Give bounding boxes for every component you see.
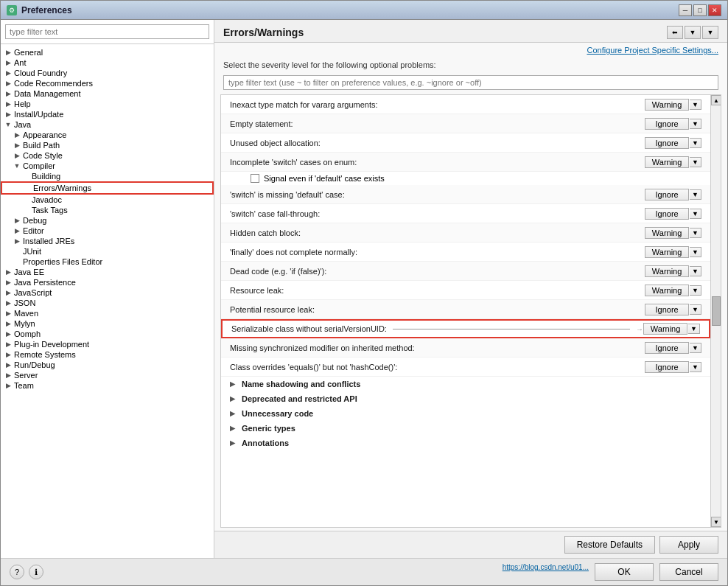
cancel-button[interactable]: Cancel xyxy=(659,563,718,581)
setting-dropdown[interactable]: Ignore ▼ xyxy=(645,361,701,373)
forward-button[interactable]: ▼ xyxy=(685,26,701,39)
sidebar-item-install-update[interactable]: ▶ Install/Update xyxy=(1,109,214,119)
apply-button[interactable]: Apply xyxy=(659,536,718,554)
sidebar-item-general[interactable]: ▶ General xyxy=(1,47,214,57)
dropdown-arrow-btn[interactable]: ▼ xyxy=(690,100,701,110)
help-button[interactable]: ? xyxy=(10,565,24,579)
dropdown-value-btn[interactable]: Warning xyxy=(645,156,689,168)
dropdown-value-btn[interactable]: Warning xyxy=(645,227,689,239)
sidebar-item-appearance[interactable]: ▶ Appearance xyxy=(1,130,214,140)
setting-dropdown[interactable]: Warning ▼ xyxy=(645,265,701,277)
sidebar-item-help[interactable]: ▶ Help xyxy=(1,99,214,109)
dropdown-arrow-btn[interactable]: ▼ xyxy=(690,247,701,257)
sidebar-item-code-style[interactable]: ▶ Code Style xyxy=(1,150,214,161)
info-button[interactable]: ℹ xyxy=(29,565,43,579)
setting-dropdown[interactable]: Ignore ▼ xyxy=(645,137,701,149)
sidebar-item-building[interactable]: Building xyxy=(1,171,214,181)
sidebar-filter-input[interactable] xyxy=(5,24,209,39)
setting-dropdown[interactable]: Warning ▼ xyxy=(645,227,701,239)
dropdown-value-btn[interactable]: Warning xyxy=(643,323,687,335)
sidebar-item-junit[interactable]: JUnit xyxy=(1,246,214,257)
sidebar-item-server[interactable]: ▶ Server xyxy=(1,370,214,380)
sidebar-item-compiler[interactable]: ▼ Compiler xyxy=(1,161,214,171)
section-generic-types[interactable]: ▶ Generic types xyxy=(221,421,710,436)
dropdown-value-btn[interactable]: Warning xyxy=(645,99,689,111)
dropdown-value-btn[interactable]: Ignore xyxy=(645,137,689,149)
setting-dropdown[interactable]: Ignore ▼ xyxy=(645,208,701,220)
minimize-button[interactable]: ─ xyxy=(679,4,692,16)
setting-dropdown[interactable]: Warning ▼ xyxy=(645,246,701,258)
dropdown-value-btn[interactable]: Ignore xyxy=(645,304,689,315)
dropdown-arrow-btn[interactable]: ▼ xyxy=(690,228,701,238)
sidebar-item-editor[interactable]: ▶ Editor xyxy=(1,226,214,236)
dropdown-arrow-btn[interactable]: ▼ xyxy=(690,138,701,148)
dropdown-value-btn[interactable]: Warning xyxy=(645,265,689,277)
dropdown-arrow-btn[interactable]: ▼ xyxy=(690,304,701,315)
sidebar-item-javascript[interactable]: ▶ JavaScript xyxy=(1,287,214,298)
settings-filter-input[interactable] xyxy=(223,75,718,90)
dropdown-value-btn[interactable]: Ignore xyxy=(645,118,689,130)
sidebar-item-plugin-development[interactable]: ▶ Plug-in Development xyxy=(1,339,214,349)
settings-scrollbar[interactable]: ▲ ▼ xyxy=(710,95,721,527)
dropdown-arrow-btn[interactable]: ▼ xyxy=(690,189,701,200)
dropdown-value-btn[interactable]: Ignore xyxy=(645,189,689,200)
sidebar-item-java[interactable]: ▼ Java xyxy=(1,119,214,130)
dropdown-value-btn[interactable]: Warning xyxy=(645,246,689,258)
settings-list[interactable]: Inexact type match for vararg arguments:… xyxy=(221,95,710,527)
sidebar-item-maven[interactable]: ▶ Maven xyxy=(1,308,214,318)
setting-dropdown[interactable]: Ignore ▼ xyxy=(645,118,701,130)
nav-menu-button[interactable]: ▼ xyxy=(702,26,718,39)
restore-defaults-button[interactable]: Restore Defaults xyxy=(564,536,655,554)
maximize-button[interactable]: □ xyxy=(693,4,707,16)
section-deprecated[interactable]: ▶ Deprecated and restricted API xyxy=(221,391,710,406)
sidebar-item-build-path[interactable]: ▶ Build Path xyxy=(1,140,214,150)
setting-dropdown[interactable]: Warning ▼ xyxy=(643,323,700,335)
back-button[interactable]: ⬅ xyxy=(667,26,683,39)
dropdown-value-btn[interactable]: Warning xyxy=(645,285,689,296)
sidebar-item-properties-files-editor[interactable]: Properties Files Editor xyxy=(1,257,214,267)
sidebar-item-errors-warnings[interactable]: Errors/Warnings xyxy=(1,181,214,195)
sidebar-item-installed-jres[interactable]: ▶ Installed JREs xyxy=(1,236,214,246)
dropdown-value-btn[interactable]: Ignore xyxy=(645,361,689,373)
sidebar-item-mylyn[interactable]: ▶ Mylyn xyxy=(1,318,214,329)
dropdown-arrow-btn[interactable]: ▼ xyxy=(690,343,701,353)
setting-dropdown[interactable]: Warning ▼ xyxy=(645,156,701,168)
sidebar-item-cloud-foundry[interactable]: ▶ Cloud Foundry xyxy=(1,68,214,78)
dropdown-arrow-btn[interactable]: ▼ xyxy=(690,157,701,167)
sidebar-tree[interactable]: ▶ General ▶ Ant ▶ Cloud Foundry ▶ Code R… xyxy=(1,44,214,558)
setting-dropdown[interactable]: Warning ▼ xyxy=(645,285,701,296)
section-name-shadowing[interactable]: ▶ Name shadowing and conflicts xyxy=(221,377,710,391)
setting-dropdown[interactable]: Ignore ▼ xyxy=(645,342,701,354)
dropdown-arrow-btn[interactable]: ▼ xyxy=(690,209,701,219)
ok-button[interactable]: OK xyxy=(595,563,654,581)
sidebar-item-oomph[interactable]: ▶ Oomph xyxy=(1,329,214,339)
sidebar-item-task-tags[interactable]: Task Tags xyxy=(1,205,214,215)
signal-default-checkbox[interactable] xyxy=(251,174,259,183)
sidebar-item-data-management[interactable]: ▶ Data Management xyxy=(1,88,214,99)
dropdown-arrow-btn[interactable]: ▼ xyxy=(690,285,701,296)
sidebar-item-json[interactable]: ▶ JSON xyxy=(1,298,214,308)
sidebar-item-team[interactable]: ▶ Team xyxy=(1,380,214,391)
scroll-down-btn[interactable]: ▼ xyxy=(711,517,721,527)
dropdown-arrow-btn[interactable]: ▼ xyxy=(690,119,701,129)
scroll-up-btn[interactable]: ▲ xyxy=(711,95,721,105)
dropdown-arrow-btn[interactable]: ▼ xyxy=(690,362,701,372)
sidebar-item-java-ee[interactable]: ▶ Java EE xyxy=(1,267,214,277)
section-annotations[interactable]: ▶ Annotations xyxy=(221,436,710,450)
dropdown-value-btn[interactable]: Ignore xyxy=(645,208,689,220)
sidebar-item-run-debug[interactable]: ▶ Run/Debug xyxy=(1,360,214,370)
sidebar-item-java-persistence[interactable]: ▶ Java Persistence xyxy=(1,277,214,287)
sidebar-item-ant[interactable]: ▶ Ant xyxy=(1,57,214,68)
sidebar-item-javadoc[interactable]: Javadoc xyxy=(1,195,214,205)
sidebar-item-code-recommenders[interactable]: ▶ Code Recommenders xyxy=(1,78,214,88)
setting-dropdown[interactable]: Warning ▼ xyxy=(645,99,701,111)
dropdown-arrow-btn[interactable]: ▼ xyxy=(690,266,701,276)
dropdown-value-btn[interactable]: Ignore xyxy=(645,342,689,354)
scroll-thumb[interactable] xyxy=(712,296,721,326)
configure-project-link[interactable]: Configure Project Specific Settings... xyxy=(214,43,727,57)
setting-dropdown[interactable]: Ignore ▼ xyxy=(645,189,701,200)
sidebar-item-remote-systems[interactable]: ▶ Remote Systems xyxy=(1,349,214,360)
dropdown-arrow-btn[interactable]: ▼ xyxy=(688,324,700,334)
setting-dropdown[interactable]: Ignore ▼ xyxy=(645,304,701,315)
close-button[interactable]: ✕ xyxy=(708,4,721,16)
